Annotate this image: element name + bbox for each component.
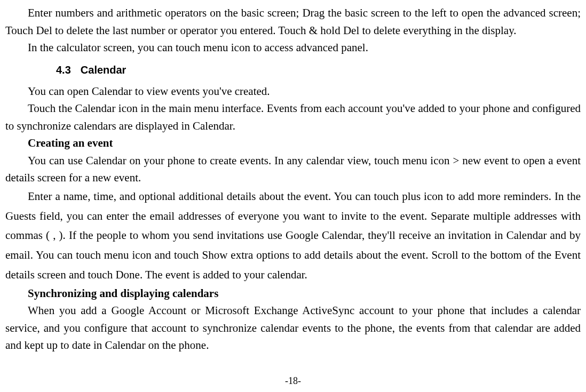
paragraph-calculator-basic: Enter numbers and arithmetic operators o… (5, 4, 581, 39)
section-title: Calendar (81, 64, 126, 76)
subheading-creating-event: Creating an event (5, 134, 581, 152)
paragraph-sync-description: When you add a Google Account or Microso… (5, 302, 581, 354)
document-page: Enter numbers and arithmetic operators o… (5, 4, 581, 354)
paragraph-calendar-icon: Touch the Calendar icon in the main menu… (5, 100, 581, 134)
section-number: 4.3 (56, 64, 71, 76)
paragraph-create-event-intro: You can use Calendar on your phone to cr… (5, 152, 581, 187)
subheading-sync-calendars: Synchronizing and displaying calendars (5, 285, 581, 302)
page-number: -18- (0, 374, 586, 389)
paragraph-calculator-menu: In the calculator screen, you can touch … (5, 39, 581, 57)
paragraph-event-details: Enter a name, time, and optional additio… (5, 187, 581, 285)
section-heading-calendar: 4.3Calendar (56, 62, 581, 78)
paragraph-calendar-open: You can open Calendar to view events you… (5, 83, 581, 100)
